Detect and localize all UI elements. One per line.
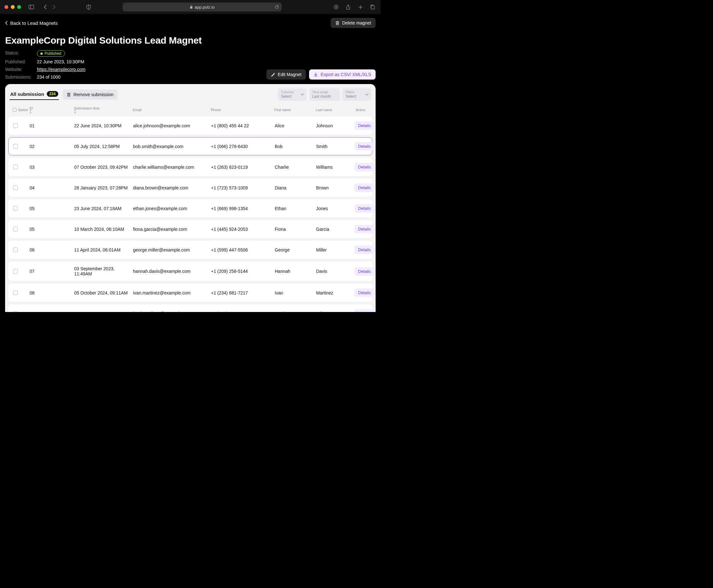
row-checkbox[interactable]: [13, 206, 18, 211]
forward-icon[interactable]: [50, 3, 58, 11]
row-checkbox[interactable]: [13, 247, 18, 252]
row-checkbox[interactable]: [13, 290, 18, 295]
chevron-down-icon: [365, 93, 369, 96]
table-row[interactable]: 0805 October 2024, 09:11AMivan.martinez@…: [8, 284, 372, 302]
columns-select[interactable]: Columns Select: [278, 88, 307, 101]
cell-email: alice.johnson@example.com: [133, 123, 211, 128]
table-body: 0122 June 2024, 10:30PMalice.johnson@exa…: [8, 117, 372, 312]
time-range-select[interactable]: Time range Last month: [309, 88, 340, 101]
window-controls: [4, 5, 21, 9]
website-link[interactable]: https://examplecorp.com: [37, 67, 86, 72]
delete-magnet-button[interactable]: Delete magnet: [331, 18, 376, 28]
cell-email: jessica.wilson@example.com: [133, 311, 211, 312]
cell-id: 02: [29, 144, 74, 149]
sidebar-toggle-icon[interactable]: [27, 3, 35, 11]
cell-last-name: Garcia: [316, 227, 354, 232]
cell-id: 08: [29, 290, 74, 295]
edit-magnet-button[interactable]: Edit Magnet: [267, 69, 306, 80]
table-row[interactable]: 0122 June 2024, 10:30PMalice.johnson@exa…: [8, 117, 372, 135]
details-button[interactable]: Details: [354, 183, 375, 192]
address-bar[interactable]: app.pulz.io: [123, 3, 282, 12]
table-row[interactable]: 0510 March 2024, 06:10AMfiona.garcia@exa…: [8, 220, 372, 238]
cell-id: 04: [29, 185, 74, 190]
details-button[interactable]: Details: [354, 204, 375, 213]
reload-icon[interactable]: [275, 5, 279, 9]
details-button[interactable]: Details: [354, 246, 375, 254]
col-phone[interactable]: Phone: [211, 108, 274, 112]
status-dot-icon: [40, 52, 43, 55]
details-button[interactable]: Details: [354, 163, 375, 171]
cell-id: 05: [29, 227, 74, 232]
col-id[interactable]: ID: [29, 106, 74, 113]
cell-last-name: Miller: [316, 247, 354, 252]
table-row[interactable]: 0611 April 2024, 06:01AMgeorge.miller@ex…: [8, 241, 372, 259]
row-checkbox[interactable]: [13, 165, 18, 169]
table-row[interactable]: 0428 January 2023, 07:28PMdiana.brown@ex…: [8, 178, 372, 197]
maximize-window-icon[interactable]: [17, 5, 21, 9]
col-last-name[interactable]: Last name: [316, 108, 354, 112]
columns-label: Columns: [281, 90, 298, 94]
cell-submission-time: 22 June 2024, 10:30PM: [74, 123, 133, 128]
cell-email: diana.brown@example.com: [133, 185, 211, 190]
status-value: Published: [45, 51, 61, 56]
cell-phone: +1 (338) 676-4822: [211, 311, 275, 312]
tabs-overview-icon[interactable]: [369, 3, 376, 11]
cell-email: charlie.williams@example.com: [133, 165, 211, 170]
status-badge: Published: [37, 50, 65, 57]
details-button[interactable]: Details: [354, 267, 375, 276]
select-all-header[interactable]: Select: [13, 108, 29, 112]
new-tab-icon[interactable]: [356, 3, 364, 11]
details-button[interactable]: Details: [354, 225, 375, 233]
row-checkbox[interactable]: [13, 269, 18, 274]
row-checkbox[interactable]: [13, 144, 18, 149]
cell-id: 03: [29, 165, 74, 170]
details-button[interactable]: Details: [354, 309, 375, 312]
table-row[interactable]: 0307 October 2023, 09:42PMcharlie.willia…: [8, 158, 372, 176]
details-button[interactable]: Details: [354, 121, 375, 130]
col-email[interactable]: Email: [133, 108, 211, 112]
back-to-lead-magnets-link[interactable]: Back to Lead Magnets: [5, 20, 58, 26]
remove-submission-button[interactable]: Remove submission: [63, 89, 118, 100]
share-icon[interactable]: [344, 3, 352, 11]
details-button[interactable]: Details: [354, 142, 375, 151]
minimize-window-icon[interactable]: [11, 5, 15, 9]
sort-icon: [74, 110, 133, 113]
published-label: Published:: [5, 59, 34, 64]
trash-icon: [66, 92, 71, 97]
back-icon[interactable]: [41, 3, 49, 11]
back-link-label: Back to Lead Magnets: [10, 20, 58, 26]
downloads-icon[interactable]: [332, 3, 340, 11]
cell-last-name: Johnson: [316, 123, 354, 128]
details-button[interactable]: Details: [354, 289, 375, 297]
cell-first-name: Bob: [275, 144, 316, 149]
filters-select[interactable]: Filters Select: [342, 88, 371, 101]
submissions-count-badge: 234: [47, 91, 58, 97]
row-checkbox[interactable]: [13, 123, 18, 128]
published-value: 22 June 2023, 10:30PM: [37, 59, 86, 64]
table-row[interactable]: 0922 June 2024, 10:30PMjessica.wilson@ex…: [8, 304, 372, 312]
row-checkbox[interactable]: [13, 227, 18, 231]
export-button[interactable]: Export as CSV/ XML/XLS: [309, 69, 376, 80]
col-submission-time[interactable]: Submission time: [74, 106, 133, 113]
cell-submission-time: 10 March 2024, 06:10AM: [74, 227, 133, 232]
status-label: Status:: [5, 50, 34, 57]
tab-all-submissions[interactable]: All submission 234: [9, 89, 59, 100]
col-first-name[interactable]: First name: [274, 108, 316, 112]
cell-submission-time: 11 April 2024, 06:01AM: [74, 247, 133, 252]
cell-submission-time: 05 July 2024, 12:58PM: [74, 144, 133, 149]
col-select: Select: [18, 108, 28, 112]
row-checkbox[interactable]: [13, 311, 18, 312]
table-row[interactable]: 0205 July 2024, 12:58PMbob.smith@example…: [8, 137, 372, 155]
cell-phone: +1 (263) 823-0119: [211, 165, 275, 170]
cell-id: 07: [29, 269, 74, 274]
row-checkbox[interactable]: [13, 185, 18, 190]
svg-rect-0: [29, 5, 34, 9]
chevron-down-icon: [301, 93, 304, 96]
privacy-shield-icon[interactable]: [85, 3, 92, 11]
submissions-label: Submissions:: [5, 75, 34, 80]
cell-submission-time: 22 June 2024, 10:30PM: [74, 311, 133, 312]
table-row[interactable]: 0523 June 2024, 07:18AMethan.jones@examp…: [8, 199, 372, 217]
timerange-label: Time range: [312, 90, 331, 94]
close-window-icon[interactable]: [4, 5, 8, 9]
table-row[interactable]: 0703 September 2023, 11:49AMhannah.davis…: [8, 261, 372, 281]
